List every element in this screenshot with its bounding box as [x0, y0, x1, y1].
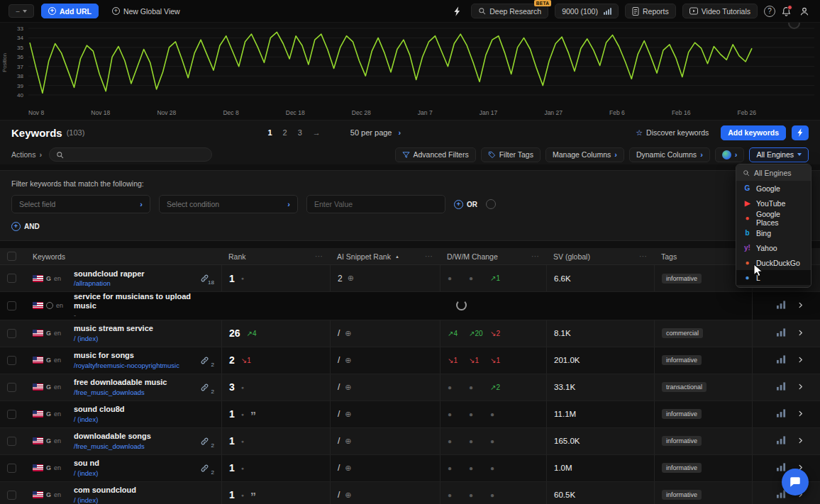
expand-row-chevron[interactable] — [797, 383, 804, 392]
manage-columns-button[interactable]: Manage Columns › — [545, 147, 624, 162]
chat-widget-button[interactable] — [782, 469, 809, 495]
x-tick: Feb 6 — [609, 109, 625, 116]
engine-option-l[interactable]: ●L — [736, 270, 811, 285]
expand-row-chevron[interactable] — [797, 356, 804, 365]
linked-keywords-icon[interactable]: 2 — [200, 437, 214, 446]
locale-button[interactable]: › — [715, 147, 745, 162]
select-condition-dropdown[interactable]: Select condition › — [159, 195, 298, 213]
filter-tags-button[interactable]: Filter Tags — [481, 147, 541, 162]
expand-row-chevron[interactable] — [797, 329, 804, 338]
deep-research-button[interactable]: Deep Research BETA — [471, 4, 548, 18]
row-checkbox[interactable] — [7, 383, 16, 392]
row-checkbox[interactable] — [7, 356, 16, 365]
expand-row-chevron[interactable] — [797, 301, 804, 310]
ai-boost-button[interactable] — [792, 125, 809, 140]
column-header-sv-global[interactable]: SV (global)⋯ — [546, 248, 654, 264]
add-or-condition-button[interactable]: + OR — [454, 200, 477, 209]
column-header-dwm-change[interactable]: D/W/M Change⋯ — [440, 248, 546, 264]
column-menu-icon[interactable]: ⋯ — [639, 252, 647, 261]
table-row[interactable]: Genmusic for songs/royaltyfreemusic-noco… — [0, 347, 820, 374]
table-row[interactable]: Gendownloadable songs/free_music_downloa… — [0, 428, 820, 455]
engine-option-yahoo[interactable]: y!Yahoo — [736, 240, 811, 255]
serp-history-icon[interactable] — [777, 301, 786, 310]
add-keywords-button[interactable]: Add keywords — [721, 125, 786, 140]
column-menu-icon[interactable]: ⋯ — [531, 252, 539, 261]
keyword-url-link[interactable]: /free_music_downloads — [74, 388, 167, 396]
row-checkbox[interactable] — [7, 437, 16, 446]
keyword-url-link[interactable]: / (index) — [74, 496, 136, 504]
bolt-icon[interactable] — [450, 4, 465, 18]
table-row[interactable]: enservice for musicians to upload music- — [0, 292, 820, 320]
serp-history-icon[interactable] — [777, 436, 786, 446]
engines-search-input[interactable]: All Engines — [736, 164, 811, 181]
reports-button[interactable]: Reports — [625, 4, 676, 18]
serp-history-icon[interactable] — [777, 382, 786, 392]
expand-row-chevron[interactable] — [797, 437, 804, 446]
serp-history-icon[interactable] — [777, 463, 786, 473]
dynamic-columns-button[interactable]: Dynamic Columns › — [629, 147, 710, 162]
serp-history-icon[interactable] — [777, 355, 786, 365]
linked-keywords-icon[interactable]: 2 — [200, 356, 214, 365]
us-flag-icon — [33, 302, 43, 309]
table-row[interactable]: Gencom soundcloud/ (index)1●”/⊕●●●60.5Ki… — [0, 482, 820, 504]
table-row[interactable]: Gensoundcloud rapper/allrapnation181●2⊕●… — [0, 265, 820, 292]
select-all-checkbox[interactable] — [7, 252, 16, 261]
page-button-2[interactable]: 2 — [283, 128, 287, 137]
engine-option-duckduckgo[interactable]: ●DuckDuckGo — [736, 255, 811, 270]
column-menu-icon[interactable]: ⋯ — [315, 252, 323, 261]
discover-keywords-button[interactable]: ☆ Discover keywords — [629, 125, 715, 140]
help-icon[interactable]: ? — [764, 6, 775, 17]
video-tutorials-button[interactable]: Video Tutorials — [682, 4, 758, 18]
keyword-search-input[interactable] — [49, 147, 212, 162]
page-button-3[interactable]: 3 — [298, 128, 302, 137]
add-url-button[interactable]: + Add URL — [41, 4, 99, 18]
row-checkbox[interactable] — [7, 274, 16, 283]
remove-condition-button[interactable] — [486, 199, 496, 209]
add-and-condition-button[interactable]: + AND — [11, 222, 40, 231]
keyword-url-link[interactable]: /free_music_downloads — [74, 442, 151, 450]
keyword-url-link[interactable]: / (index) — [74, 469, 99, 477]
new-global-view-button[interactable]: + New Global View — [106, 4, 187, 18]
row-checkbox[interactable] — [7, 329, 16, 338]
serp-history-icon[interactable] — [777, 409, 786, 419]
engine-option-google-places[interactable]: ●Google Places — [736, 211, 811, 225]
column-header-keywords[interactable]: Keywords — [26, 248, 221, 264]
keyword-url-link[interactable]: - — [74, 311, 205, 319]
serp-history-icon[interactable] — [777, 490, 786, 500]
advanced-filters-button[interactable]: Advanced Filters — [395, 147, 476, 162]
table-row[interactable]: Genmusic stream service/ (index)26↗4/⊕↗4… — [0, 320, 820, 347]
serp-history-icon[interactable] — [777, 328, 786, 338]
engine-option-youtube[interactable]: ▶YouTube — [736, 196, 811, 211]
row-checkbox[interactable] — [7, 301, 16, 310]
row-checkbox[interactable] — [7, 410, 16, 419]
expand-row-chevron[interactable] — [797, 410, 804, 419]
keyword-url-link[interactable]: /royaltyfreemusic-nocopyrightmusic — [74, 362, 179, 369]
select-field-dropdown[interactable]: Select field › — [11, 195, 150, 213]
table-row[interactable]: Gensou nd/ (index)21●/⊕●●●1.0Minformativ… — [0, 455, 820, 482]
row-checkbox[interactable] — [7, 491, 16, 500]
keyword-url-link[interactable]: / (index) — [74, 335, 153, 342]
column-menu-icon[interactable]: ⋯ — [425, 252, 433, 261]
per-page-selector[interactable]: 50 per page › — [350, 128, 401, 137]
keyword-url-link[interactable]: /allrapnation — [74, 279, 145, 287]
next-page-button[interactable]: → — [313, 128, 321, 137]
notifications-button[interactable] — [782, 6, 791, 16]
linked-keywords-icon[interactable]: 2 — [200, 383, 214, 392]
url-selector-dropdown[interactable]: – — [9, 4, 34, 18]
table-row[interactable]: Genfree downloadable music/free_music_do… — [0, 374, 820, 401]
engine-option-bing[interactable]: bBing — [736, 225, 811, 240]
filter-value-input[interactable]: Enter Value — [306, 195, 445, 213]
column-header-rank[interactable]: Rank⋯ — [221, 248, 330, 264]
table-row[interactable]: Gensound clou8d/ (index)1●”/⊕●●●11.1Minf… — [0, 401, 820, 428]
linked-keywords-icon[interactable]: 2 — [200, 464, 214, 473]
all-engines-dropdown-button[interactable]: All Engines — [749, 147, 809, 162]
profile-button[interactable] — [797, 4, 811, 18]
row-checkbox[interactable] — [7, 464, 16, 473]
column-header-ai-snippet-rank[interactable]: AI Snippet Rank▲⋯ — [330, 248, 440, 264]
actions-dropdown[interactable]: Actions › — [11, 150, 42, 159]
linked-keywords-icon[interactable]: 18 — [200, 274, 214, 283]
credits-indicator[interactable]: 9000 (100) — [555, 4, 619, 18]
keyword-url-link[interactable]: / (index) — [74, 415, 125, 423]
engine-option-google[interactable]: GGoogle — [736, 181, 811, 196]
page-button-1[interactable]: 1 — [267, 128, 272, 137]
